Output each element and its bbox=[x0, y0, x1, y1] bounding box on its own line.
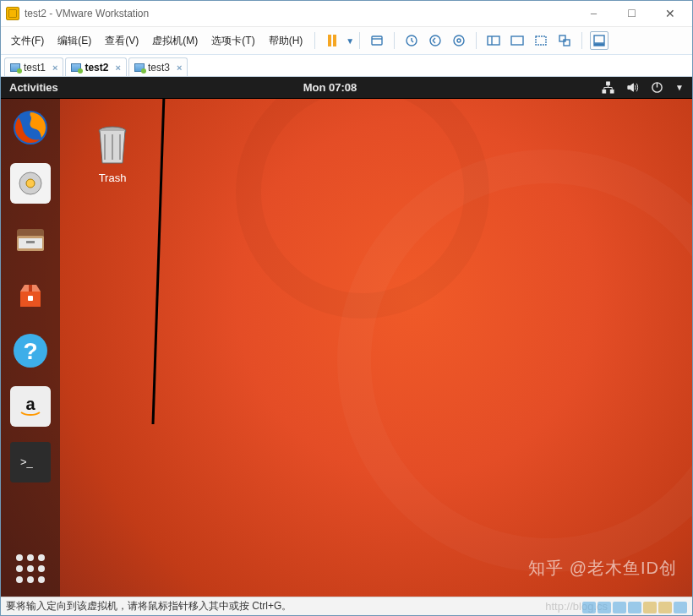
tab-label: test2 bbox=[85, 62, 108, 74]
power-dropdown[interactable]: ▼ bbox=[346, 36, 354, 46]
svg-rect-7 bbox=[536, 36, 546, 45]
tab-test2[interactable]: test2 × bbox=[65, 57, 126, 76]
svg-point-4 bbox=[457, 39, 461, 42]
snapshot-revert-button[interactable] bbox=[426, 31, 445, 50]
close-tab-button[interactable]: × bbox=[115, 63, 120, 73]
trash-label: Trash bbox=[94, 172, 131, 184]
svg-point-18 bbox=[26, 179, 35, 188]
svg-text:a: a bbox=[25, 395, 35, 413]
power-icon bbox=[651, 81, 663, 94]
device-printer-icon[interactable] bbox=[658, 602, 672, 613]
close-tab-button[interactable]: × bbox=[52, 63, 57, 73]
device-cd-icon[interactable] bbox=[598, 602, 611, 613]
svg-text:?: ? bbox=[23, 338, 37, 364]
vmware-logo-icon bbox=[6, 7, 19, 20]
maximize-button[interactable]: □ bbox=[613, 2, 651, 25]
device-usb-icon[interactable] bbox=[628, 602, 641, 613]
dock-terminal[interactable]: >_ bbox=[10, 442, 51, 482]
trash-icon bbox=[94, 124, 131, 166]
statusbar: 要将输入定向到该虚拟机，请将鼠标指针移入其中或按 Ctrl+G。 http://… bbox=[1, 597, 692, 615]
vm-icon bbox=[10, 63, 20, 72]
svg-point-2 bbox=[430, 35, 440, 46]
menu-help[interactable]: 帮助(H) bbox=[262, 30, 310, 52]
watermark-zhihu: 知乎 @老木鱼ID创 bbox=[528, 557, 677, 580]
status-hint: 要将输入定向到该虚拟机，请将鼠标指针移入其中或按 Ctrl+G。 bbox=[6, 599, 292, 613]
device-display-icon[interactable] bbox=[674, 602, 687, 613]
svg-rect-10 bbox=[594, 35, 604, 43]
view-sidebar-button[interactable] bbox=[484, 31, 503, 50]
chevron-down-icon: ▼ bbox=[675, 83, 684, 92]
menu-vm[interactable]: 虚拟机(M) bbox=[145, 30, 205, 52]
svg-rect-23 bbox=[28, 296, 33, 301]
dock: ? a >_ bbox=[1, 99, 60, 597]
tab-test1[interactable]: test1 × bbox=[4, 57, 63, 76]
send-ctrl-alt-del-button[interactable] bbox=[368, 31, 386, 50]
menubar: 文件(F) 编辑(E) 查看(V) 虚拟机(M) 选项卡(T) 帮助(H) ▼ bbox=[1, 26, 692, 55]
clock[interactable]: Mon 07:08 bbox=[303, 81, 357, 94]
network-icon bbox=[602, 81, 614, 94]
device-net-icon[interactable] bbox=[613, 602, 626, 613]
vm-icon bbox=[71, 63, 81, 72]
vm-tabs: test1 × test2 × test3 × bbox=[1, 55, 692, 77]
thumbnail-bar-button[interactable] bbox=[590, 31, 608, 50]
svg-rect-0 bbox=[372, 36, 382, 45]
separator bbox=[476, 32, 477, 49]
svg-rect-9 bbox=[564, 40, 570, 46]
dock-software[interactable] bbox=[10, 275, 51, 315]
separator bbox=[394, 32, 395, 49]
separator bbox=[359, 32, 360, 49]
ubuntu-desktop[interactable]: ? a >_ Trash bbox=[1, 99, 692, 597]
desktop-trash[interactable]: Trash bbox=[94, 124, 131, 184]
minimize-button[interactable]: – bbox=[575, 2, 613, 25]
svg-rect-8 bbox=[559, 35, 565, 41]
device-sound-icon[interactable] bbox=[643, 602, 657, 613]
menu-view[interactable]: 查看(V) bbox=[98, 30, 145, 52]
fullscreen-button[interactable] bbox=[532, 31, 550, 50]
device-hdd-icon[interactable] bbox=[582, 602, 596, 613]
volume-icon bbox=[626, 81, 639, 94]
svg-rect-13 bbox=[603, 90, 606, 93]
snapshot-manager-button[interactable] bbox=[450, 31, 468, 50]
svg-point-3 bbox=[454, 35, 464, 46]
window-controls: – □ ✕ bbox=[575, 2, 689, 25]
separator bbox=[581, 32, 582, 49]
dock-files[interactable] bbox=[10, 219, 51, 259]
menu-file[interactable]: 文件(F) bbox=[4, 30, 51, 52]
snapshot-button[interactable] bbox=[402, 31, 421, 50]
svg-rect-12 bbox=[607, 82, 610, 85]
close-tab-button[interactable]: × bbox=[177, 63, 182, 73]
vm-icon bbox=[134, 63, 145, 72]
tab-label: test1 bbox=[24, 62, 46, 74]
system-menu[interactable]: ▼ bbox=[602, 81, 684, 94]
menu-tabs[interactable]: 选项卡(T) bbox=[205, 30, 261, 52]
gnome-top-bar: Activities Mon 07:08 ▼ bbox=[1, 77, 692, 99]
vm-display[interactable]: Activities Mon 07:08 ▼ bbox=[1, 77, 692, 597]
dock-apps-grid[interactable] bbox=[16, 554, 45, 583]
titlebar: test2 - VMware Workstation – □ ✕ bbox=[1, 1, 692, 26]
unity-button[interactable] bbox=[555, 31, 574, 50]
vm-device-icons bbox=[582, 602, 687, 613]
svg-text:>_: >_ bbox=[20, 455, 34, 468]
dock-firefox[interactable] bbox=[10, 107, 51, 148]
tab-label: test3 bbox=[148, 62, 170, 74]
window-title: test2 - VMware Workstation bbox=[25, 8, 575, 19]
dock-rhythmbox[interactable] bbox=[10, 163, 51, 204]
svg-rect-11 bbox=[594, 44, 604, 46]
tab-test3[interactable]: test3 × bbox=[128, 57, 188, 76]
view-console-button[interactable] bbox=[508, 31, 527, 50]
close-button[interactable]: ✕ bbox=[651, 2, 689, 25]
menu-edit[interactable]: 编辑(E) bbox=[51, 30, 98, 52]
dock-help[interactable]: ? bbox=[10, 330, 51, 371]
svg-rect-14 bbox=[610, 90, 614, 93]
svg-rect-22 bbox=[26, 241, 35, 243]
svg-rect-5 bbox=[488, 36, 499, 45]
dock-amazon[interactable]: a bbox=[10, 386, 51, 427]
activities-button[interactable]: Activities bbox=[9, 81, 58, 94]
svg-rect-6 bbox=[511, 36, 523, 45]
separator bbox=[314, 32, 315, 49]
pause-vm-button[interactable] bbox=[323, 31, 341, 50]
vmware-window: test2 - VMware Workstation – □ ✕ 文件(F) 编… bbox=[0, 0, 693, 616]
